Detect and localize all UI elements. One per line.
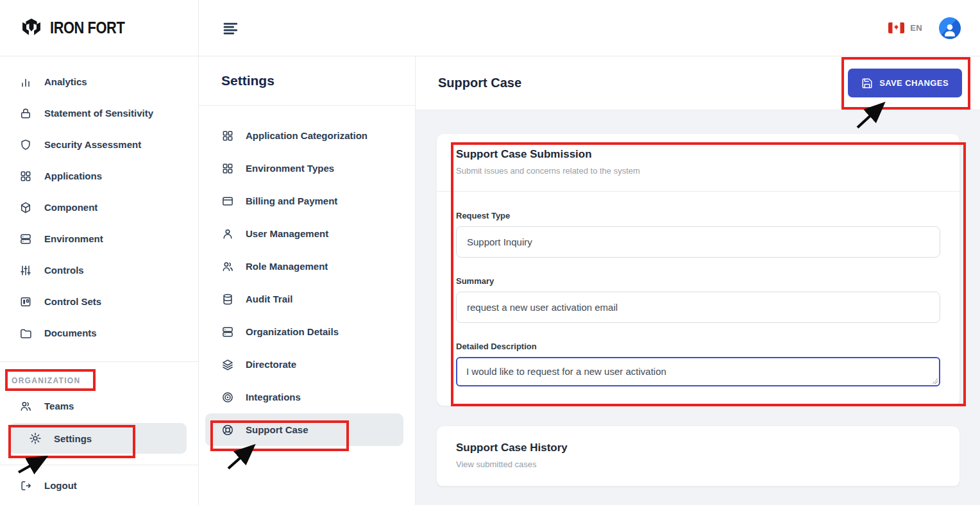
settings-nav-item-support-case[interactable]: Support Case — [205, 413, 403, 446]
page-title: Support Case — [438, 76, 521, 90]
submission-form: Request Type Summary Detailed Descriptio… — [437, 192, 959, 406]
server-icon — [221, 326, 234, 338]
user-icon — [221, 228, 234, 240]
disc-icon — [221, 391, 234, 404]
user-avatar[interactable] — [939, 17, 961, 39]
settings-nav-item-user-management[interactable]: User Management — [199, 217, 415, 250]
settings-panel: Settings Application CategorizationEnvir… — [199, 56, 416, 505]
menu-toggle-icon[interactable] — [221, 19, 241, 38]
sidebar-item-documents[interactable]: Documents — [0, 317, 198, 349]
grid-icon — [221, 162, 234, 175]
sidebar-item-analytics[interactable]: Analytics — [0, 66, 198, 97]
settings-nav-item-organization-details[interactable]: Organization Details — [199, 315, 415, 348]
detailed-description-label: Detailed Description — [456, 342, 940, 351]
submission-card-header: Support Case Submission Submit issues an… — [437, 134, 959, 191]
panel-icon — [19, 295, 32, 308]
grid-icon — [221, 129, 234, 142]
main-content: Support Case SAVE CHANGES Support Case S… — [416, 56, 980, 505]
settings-nav-item-label: Billing and Payment — [246, 195, 337, 206]
users-icon — [19, 400, 32, 413]
settings-nav-item-role-management[interactable]: Role Management — [199, 250, 415, 283]
bar-chart-icon — [19, 76, 32, 88]
save-changes-label: SAVE CHANGES — [879, 78, 949, 88]
summary-label: Summary — [456, 276, 940, 286]
topbar-right: EN — [888, 17, 961, 39]
sidebar-item-label: Statement of Sensitivity — [44, 108, 153, 119]
save-changes-button[interactable]: SAVE CHANGES — [848, 69, 962, 97]
language-label: EN — [910, 23, 922, 33]
detailed-description-field: Detailed Description — [456, 342, 940, 386]
sidebar-item-teams[interactable]: Teams — [0, 390, 198, 422]
settings-panel-header: Settings — [199, 56, 415, 106]
support-case-submission-card: Support Case Submission Submit issues an… — [436, 133, 960, 406]
settings-nav-item-label: Audit Trail — [246, 294, 292, 304]
settings-panel-title: Settings — [221, 73, 275, 88]
summary-input[interactable] — [456, 292, 940, 323]
cube-icon — [19, 201, 32, 214]
settings-nav-item-label: Organization Details — [246, 326, 339, 337]
layers-icon — [221, 358, 234, 371]
top-bar: EN — [199, 0, 980, 56]
brand: IRON FORT — [0, 0, 199, 56]
sidebar-item-label: Environment — [44, 233, 103, 244]
sidebar-item-label: Logout — [44, 480, 77, 491]
settings-nav-item-label: Environment Types — [246, 163, 334, 174]
save-icon — [861, 78, 873, 89]
sidebar-section-label: ORGANIZATION — [0, 362, 198, 390]
lock-icon — [19, 107, 32, 120]
settings-nav-item-label: Support Case — [246, 424, 308, 435]
history-card-title: Support Case History — [456, 442, 940, 454]
grid-icon — [19, 170, 32, 183]
server-icon — [19, 233, 32, 245]
request-type-field: Request Type — [456, 211, 940, 258]
lifebuoy-icon — [221, 424, 234, 436]
sidebar-item-logout[interactable]: Logout — [0, 470, 198, 501]
gear-icon — [29, 432, 42, 445]
app-window: IRON FORT EN — [0, 0, 980, 505]
logout-icon — [19, 479, 32, 492]
settings-nav-item-environment-types[interactable]: Environment Types — [199, 152, 415, 185]
settings-nav-item-audit-trail[interactable]: Audit Trail — [199, 283, 415, 315]
brand-name: IRON FORT — [50, 18, 124, 38]
shield-icon — [19, 138, 32, 151]
sidebar-item-label: Applications — [44, 170, 102, 181]
sidebar-item-statement-of-sensitivity[interactable]: Statement of Sensitivity — [0, 97, 198, 129]
sidebar-item-component[interactable]: Component — [0, 192, 198, 223]
sliders-icon — [19, 264, 32, 277]
main-header: Support Case SAVE CHANGES — [416, 56, 980, 110]
settings-nav-item-label: Application Categorization — [246, 130, 368, 141]
sidebar-item-controls[interactable]: Controls — [0, 254, 198, 286]
request-type-input[interactable] — [456, 226, 940, 258]
main-body: Support Case Submission Submit issues an… — [416, 110, 980, 505]
sidebar-item-label: Analytics — [44, 76, 87, 87]
history-card-header: Support Case History View submitted case… — [437, 426, 959, 486]
sidebar-item-label: Teams — [44, 401, 74, 411]
person-icon — [942, 21, 958, 38]
support-case-history-card: Support Case History View submitted case… — [436, 426, 960, 487]
detailed-description-textarea[interactable] — [456, 357, 940, 386]
database-icon — [221, 293, 234, 306]
language-selector[interactable]: EN — [888, 22, 922, 33]
settings-nav-item-label: User Management — [246, 228, 328, 239]
sidebar-item-security-assessment[interactable]: Security Assessment — [0, 129, 198, 160]
sidebar-item-label: Controls — [44, 265, 84, 276]
sidebar-item-settings[interactable]: Settings — [10, 423, 187, 454]
sidebar-item-applications[interactable]: Applications — [0, 160, 198, 192]
settings-nav-item-directorate[interactable]: Directorate — [199, 348, 415, 381]
settings-nav-item-billing-and-payment[interactable]: Billing and Payment — [199, 185, 415, 217]
settings-nav-item-integrations[interactable]: Integrations — [199, 381, 415, 413]
card-divider — [437, 486, 959, 486]
sidebar-item-control-sets[interactable]: Control Sets — [0, 286, 198, 317]
settings-nav-item-label: Role Management — [246, 261, 328, 272]
canada-flag-icon — [888, 22, 904, 33]
submission-card-title: Support Case Submission — [456, 148, 940, 161]
history-card-subtitle: View submitted cases — [456, 459, 940, 469]
summary-field: Summary — [456, 276, 940, 323]
sidebar-item-label: Component — [44, 202, 97, 213]
users-icon — [221, 260, 234, 273]
sidebar-item-environment[interactable]: Environment — [0, 223, 198, 254]
settings-nav-item-label: Directorate — [246, 359, 296, 370]
credit-card-icon — [221, 195, 234, 208]
submission-card-subtitle: Submit issues and concerns related to th… — [456, 166, 940, 176]
settings-nav-item-application-categorization[interactable]: Application Categorization — [199, 119, 415, 152]
